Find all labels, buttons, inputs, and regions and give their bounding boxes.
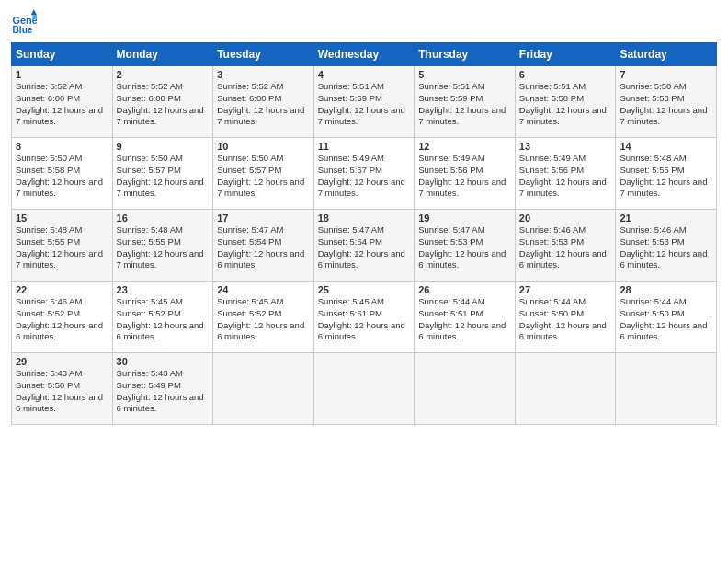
day-number: 17 (217, 213, 310, 224)
day-info: Sunrise: 5:43 AMSunset: 5:50 PMDaylight:… (16, 368, 108, 415)
day-info: Sunrise: 5:44 AMSunset: 5:51 PMDaylight:… (418, 296, 511, 343)
calendar-table: SundayMondayTuesdayWednesdayThursdayFrid… (11, 42, 717, 425)
day-info: Sunrise: 5:50 AMSunset: 5:58 PMDaylight:… (16, 153, 108, 200)
day-info: Sunrise: 5:51 AMSunset: 5:58 PMDaylight:… (519, 81, 612, 128)
calendar-cell: 10Sunrise: 5:50 AMSunset: 5:57 PMDayligh… (213, 138, 314, 210)
day-number: 6 (519, 69, 612, 80)
calendar-header-row: SundayMondayTuesdayWednesdayThursdayFrid… (12, 43, 717, 66)
day-info: Sunrise: 5:50 AMSunset: 5:57 PMDaylight:… (117, 153, 210, 200)
day-info: Sunrise: 5:45 AMSunset: 5:51 PMDaylight:… (318, 296, 411, 343)
calendar-cell: 8Sunrise: 5:50 AMSunset: 5:58 PMDaylight… (12, 138, 113, 210)
day-number: 16 (117, 213, 210, 224)
day-info: Sunrise: 5:48 AMSunset: 5:55 PMDaylight:… (117, 224, 210, 271)
calendar-cell: 28Sunrise: 5:44 AMSunset: 5:50 PMDayligh… (616, 282, 717, 353)
calendar-cell: 3Sunrise: 5:52 AMSunset: 6:00 PMDaylight… (213, 66, 314, 138)
day-number: 10 (217, 141, 310, 152)
calendar-container: General Blue SundayMondayTuesdayWednesda… (0, 0, 728, 563)
header-cell-sunday: Sunday (12, 43, 113, 66)
logo: General Blue (11, 9, 40, 35)
calendar-cell: 24Sunrise: 5:45 AMSunset: 5:52 PMDayligh… (213, 282, 314, 353)
day-number: 8 (16, 141, 108, 152)
svg-text:Blue: Blue (13, 25, 33, 35)
day-number: 12 (418, 141, 511, 152)
calendar-cell: 30Sunrise: 5:43 AMSunset: 5:49 PMDayligh… (112, 353, 213, 425)
header-cell-wednesday: Wednesday (313, 43, 415, 66)
day-number: 24 (217, 284, 310, 295)
day-number: 18 (318, 213, 411, 224)
calendar-cell: 9Sunrise: 5:50 AMSunset: 5:57 PMDaylight… (112, 138, 213, 210)
day-number: 1 (16, 69, 108, 80)
calendar-cell: 2Sunrise: 5:52 AMSunset: 6:00 PMDaylight… (112, 66, 213, 138)
calendar-cell (213, 353, 314, 425)
day-number: 7 (620, 69, 712, 80)
day-info: Sunrise: 5:48 AMSunset: 5:55 PMDaylight:… (16, 224, 108, 271)
calendar-week-2: 15Sunrise: 5:48 AMSunset: 5:55 PMDayligh… (12, 210, 717, 282)
calendar-cell: 18Sunrise: 5:47 AMSunset: 5:54 PMDayligh… (313, 210, 415, 282)
calendar-cell: 26Sunrise: 5:44 AMSunset: 5:51 PMDayligh… (415, 282, 516, 353)
calendar-week-4: 29Sunrise: 5:43 AMSunset: 5:50 PMDayligh… (12, 353, 717, 425)
day-number: 29 (16, 356, 108, 367)
calendar-cell: 22Sunrise: 5:46 AMSunset: 5:52 PMDayligh… (12, 282, 113, 353)
day-info: Sunrise: 5:46 AMSunset: 5:52 PMDaylight:… (16, 296, 108, 343)
day-info: Sunrise: 5:44 AMSunset: 5:50 PMDaylight:… (620, 296, 712, 343)
calendar-cell (313, 353, 415, 425)
day-info: Sunrise: 5:52 AMSunset: 6:00 PMDaylight:… (16, 81, 108, 128)
day-number: 14 (620, 141, 712, 152)
day-info: Sunrise: 5:51 AMSunset: 5:59 PMDaylight:… (318, 81, 411, 128)
calendar-cell: 4Sunrise: 5:51 AMSunset: 5:59 PMDaylight… (313, 66, 415, 138)
calendar-cell: 13Sunrise: 5:49 AMSunset: 5:56 PMDayligh… (515, 138, 616, 210)
calendar-cell: 19Sunrise: 5:47 AMSunset: 5:53 PMDayligh… (415, 210, 516, 282)
day-info: Sunrise: 5:45 AMSunset: 5:52 PMDaylight:… (217, 296, 310, 343)
calendar-week-1: 8Sunrise: 5:50 AMSunset: 5:58 PMDaylight… (12, 138, 717, 210)
calendar-cell: 20Sunrise: 5:46 AMSunset: 5:53 PMDayligh… (515, 210, 616, 282)
calendar-cell (616, 353, 717, 425)
day-number: 5 (418, 69, 511, 80)
calendar-cell: 16Sunrise: 5:48 AMSunset: 5:55 PMDayligh… (112, 210, 213, 282)
day-info: Sunrise: 5:46 AMSunset: 5:53 PMDaylight:… (519, 224, 612, 271)
day-info: Sunrise: 5:49 AMSunset: 5:57 PMDaylight:… (318, 153, 411, 200)
calendar-cell: 29Sunrise: 5:43 AMSunset: 5:50 PMDayligh… (12, 353, 113, 425)
day-info: Sunrise: 5:52 AMSunset: 6:00 PMDaylight:… (217, 81, 310, 128)
svg-marker-2 (31, 9, 37, 15)
header: General Blue (11, 9, 717, 35)
calendar-cell: 23Sunrise: 5:45 AMSunset: 5:52 PMDayligh… (112, 282, 213, 353)
day-info: Sunrise: 5:50 AMSunset: 5:57 PMDaylight:… (217, 153, 310, 200)
day-info: Sunrise: 5:44 AMSunset: 5:50 PMDaylight:… (519, 296, 612, 343)
calendar-cell: 27Sunrise: 5:44 AMSunset: 5:50 PMDayligh… (515, 282, 616, 353)
day-number: 23 (117, 284, 210, 295)
calendar-cell: 11Sunrise: 5:49 AMSunset: 5:57 PMDayligh… (313, 138, 415, 210)
day-number: 30 (117, 356, 210, 367)
calendar-cell: 6Sunrise: 5:51 AMSunset: 5:58 PMDaylight… (515, 66, 616, 138)
day-info: Sunrise: 5:49 AMSunset: 5:56 PMDaylight:… (519, 153, 612, 200)
day-number: 2 (117, 69, 210, 80)
calendar-week-0: 1Sunrise: 5:52 AMSunset: 6:00 PMDaylight… (12, 66, 717, 138)
calendar-cell: 15Sunrise: 5:48 AMSunset: 5:55 PMDayligh… (12, 210, 113, 282)
header-cell-monday: Monday (112, 43, 213, 66)
day-number: 3 (217, 69, 310, 80)
calendar-cell: 1Sunrise: 5:52 AMSunset: 6:00 PMDaylight… (12, 66, 113, 138)
day-number: 11 (318, 141, 411, 152)
calendar-cell: 25Sunrise: 5:45 AMSunset: 5:51 PMDayligh… (313, 282, 415, 353)
day-info: Sunrise: 5:46 AMSunset: 5:53 PMDaylight:… (620, 224, 712, 271)
calendar-cell: 21Sunrise: 5:46 AMSunset: 5:53 PMDayligh… (616, 210, 717, 282)
day-number: 27 (519, 284, 612, 295)
calendar-cell: 5Sunrise: 5:51 AMSunset: 5:59 PMDaylight… (415, 66, 516, 138)
day-info: Sunrise: 5:52 AMSunset: 6:00 PMDaylight:… (117, 81, 210, 128)
day-number: 28 (620, 284, 712, 295)
day-info: Sunrise: 5:50 AMSunset: 5:58 PMDaylight:… (620, 81, 712, 128)
day-info: Sunrise: 5:51 AMSunset: 5:59 PMDaylight:… (418, 81, 511, 128)
day-number: 22 (16, 284, 108, 295)
header-cell-tuesday: Tuesday (213, 43, 314, 66)
day-info: Sunrise: 5:47 AMSunset: 5:54 PMDaylight:… (318, 224, 411, 271)
svg-marker-3 (32, 15, 37, 19)
day-info: Sunrise: 5:48 AMSunset: 5:55 PMDaylight:… (620, 153, 712, 200)
calendar-cell: 12Sunrise: 5:49 AMSunset: 5:56 PMDayligh… (415, 138, 516, 210)
calendar-week-3: 22Sunrise: 5:46 AMSunset: 5:52 PMDayligh… (12, 282, 717, 353)
calendar-cell: 14Sunrise: 5:48 AMSunset: 5:55 PMDayligh… (616, 138, 717, 210)
calendar-cell: 17Sunrise: 5:47 AMSunset: 5:54 PMDayligh… (213, 210, 314, 282)
day-info: Sunrise: 5:47 AMSunset: 5:54 PMDaylight:… (217, 224, 310, 271)
day-number: 9 (117, 141, 210, 152)
day-number: 20 (519, 213, 612, 224)
calendar-cell (515, 353, 616, 425)
calendar-body: 1Sunrise: 5:52 AMSunset: 6:00 PMDaylight… (12, 66, 717, 425)
